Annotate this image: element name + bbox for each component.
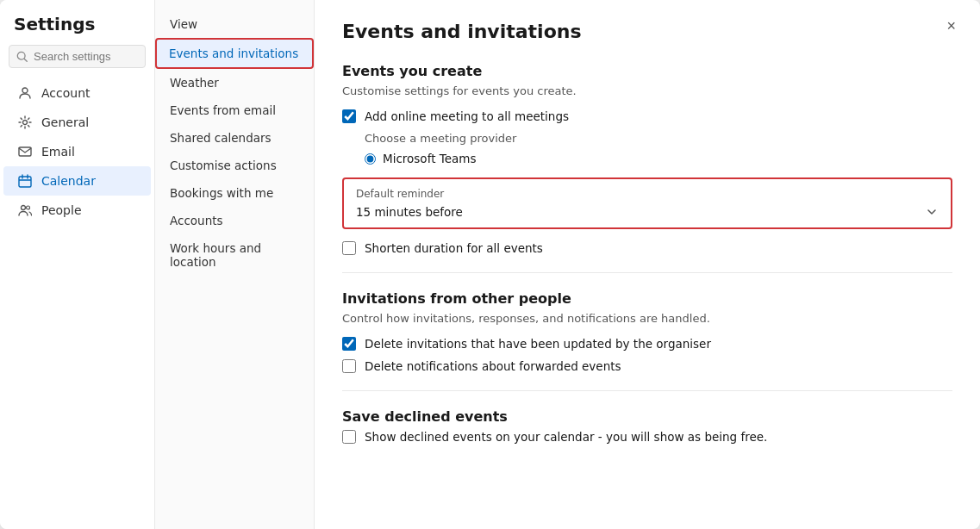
center-item-events-and-invitations[interactable]: Events and invitations [155, 38, 314, 69]
sidebar-item-people[interactable]: People [3, 196, 151, 225]
center-item-shared-calendars[interactable]: Shared calendars [155, 124, 314, 152]
sidebar-item-calendar-label: Calendar [41, 174, 96, 188]
shorten-duration-label[interactable]: Shorten duration for all events [365, 241, 543, 255]
search-icon [16, 51, 28, 63]
show-declined-checkbox[interactable] [342, 430, 356, 444]
show-declined-label[interactable]: Show declined events on your calendar - … [365, 430, 767, 444]
svg-point-3 [23, 121, 28, 125]
sidebar-item-calendar[interactable]: Calendar [3, 166, 151, 196]
add-online-meeting-label[interactable]: Add online meeting to all meetings [365, 109, 569, 123]
delete-updated-label[interactable]: Delete invitations that have been update… [365, 337, 711, 351]
envelope-icon [17, 144, 33, 159]
svg-rect-4 [19, 147, 31, 156]
reminder-dropdown[interactable]: 15 minutes before [356, 205, 939, 219]
people-icon [17, 202, 33, 218]
main-content: × Events and invitations Events you crea… [315, 0, 980, 529]
add-online-meeting-row: Add online meeting to all meetings [342, 109, 952, 123]
sidebar-item-account-label: Account [41, 86, 91, 100]
events-you-create-title: Events you create [342, 63, 952, 79]
sidebar: Settings Account [0, 0, 155, 529]
svg-rect-5 [19, 177, 31, 187]
close-button[interactable]: × [939, 14, 963, 39]
teams-radio[interactable] [365, 153, 376, 165]
reminder-value: 15 minutes before [356, 205, 463, 219]
sidebar-item-general-label: General [41, 115, 89, 129]
delete-forwarded-row: Delete notifications about forwarded eve… [342, 359, 952, 373]
sidebar-item-email[interactable]: Email [3, 137, 151, 166]
show-declined-row: Show declined events on your calendar - … [342, 430, 952, 444]
default-reminder-label: Default reminder [356, 188, 939, 200]
center-item-work-hours-and-location[interactable]: Work hours and location [155, 234, 314, 276]
svg-point-2 [22, 88, 28, 93]
shorten-duration-checkbox[interactable] [342, 241, 356, 255]
sidebar-item-account[interactable]: Account [3, 78, 151, 108]
calendar-icon [17, 173, 33, 189]
search-input[interactable] [34, 50, 138, 63]
meeting-provider-section: Choose a meeting provider Microsoft Team… [365, 132, 952, 165]
svg-point-7 [27, 206, 30, 209]
center-item-bookings-with-me[interactable]: Bookings with me [155, 179, 314, 207]
center-item-events-from-email[interactable]: Events from email [155, 96, 314, 124]
invitations-section-title: Invitations from other people [342, 290, 952, 307]
sidebar-item-general[interactable]: General [3, 108, 151, 137]
delete-updated-row: Delete invitations that have been update… [342, 337, 952, 351]
svg-point-6 [22, 206, 26, 210]
gear-icon [17, 115, 33, 130]
delete-forwarded-label[interactable]: Delete notifications about forwarded eve… [365, 359, 621, 373]
teams-label[interactable]: Microsoft Teams [383, 152, 476, 165]
chevron-down-icon [925, 205, 939, 219]
svg-line-1 [24, 59, 27, 61]
page-title: Events and invitations [342, 21, 952, 42]
center-item-accounts[interactable]: Accounts [155, 207, 314, 234]
settings-window: Settings Account [0, 0, 980, 529]
choose-provider-label: Choose a meeting provider [365, 132, 952, 145]
person-icon [17, 85, 33, 101]
invitations-section-subtitle: Control how invitations, responses, and … [342, 312, 952, 325]
center-item-view[interactable]: View [155, 10, 314, 38]
delete-forwarded-checkbox[interactable] [342, 359, 356, 373]
delete-updated-checkbox[interactable] [342, 337, 356, 351]
center-item-customise-actions[interactable]: Customise actions [155, 152, 314, 179]
center-item-weather[interactable]: Weather [155, 69, 314, 96]
center-panel: View Events and invitations Weather Even… [155, 0, 315, 529]
divider-1 [342, 272, 952, 273]
shorten-duration-row: Shorten duration for all events [342, 241, 952, 255]
provider-radio-row: Microsoft Teams [365, 152, 952, 165]
save-declined-title: Save declined events [342, 408, 952, 425]
add-online-meeting-checkbox[interactable] [342, 109, 356, 123]
sidebar-item-email-label: Email [41, 145, 75, 159]
app-title: Settings [0, 14, 154, 45]
divider-2 [342, 390, 952, 391]
sidebar-item-people-label: People [41, 203, 82, 217]
events-you-create-subtitle: Customise settings for events you create… [342, 84, 952, 97]
search-box[interactable] [9, 45, 146, 68]
default-reminder-box: Default reminder 15 minutes before [342, 177, 952, 229]
